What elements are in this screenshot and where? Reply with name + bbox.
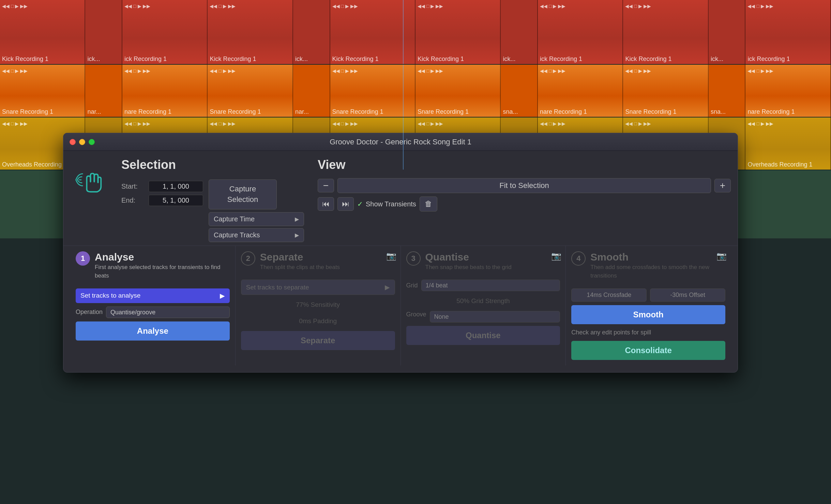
clip-snare-narrow-1[interactable]: nar... bbox=[85, 65, 122, 117]
separate-header: 2 Separate Then split the clips at the b… bbox=[241, 251, 395, 277]
clip-kick-narrow-3[interactable]: ick... bbox=[501, 0, 538, 64]
clip-label: ick Recording 1 bbox=[124, 56, 205, 63]
clip-controls: ◀◀□▶▶▶ bbox=[416, 119, 500, 128]
clip-snare-7[interactable]: ◀◀□▶▶▶ Snare Recording 1 bbox=[623, 65, 708, 117]
clip-snare-8[interactable]: ◀◀□▶▶▶ nare Recording 1 bbox=[745, 65, 831, 117]
clip-controls: ◀◀□▶▶▶ bbox=[0, 119, 85, 128]
zoom-in-button[interactable]: + bbox=[714, 179, 731, 192]
clip-kick-2[interactable]: ◀◀□▶▶▶ ick Recording 1 bbox=[122, 0, 208, 64]
step-analyse-panel: 1 Analyse First analyse selected tracks … bbox=[70, 246, 236, 365]
separate-button[interactable]: Separate bbox=[241, 331, 395, 350]
kick-track: ◀◀□▶▶▶ Kick Recording 1 ick... ◀◀□▶▶▶ ic… bbox=[0, 0, 831, 65]
clip-label: nare Recording 1 bbox=[747, 108, 828, 115]
end-label: End: bbox=[121, 196, 145, 204]
clip-oh-8[interactable]: ◀◀□▶▶▶ Overheads Recording 1 bbox=[745, 117, 831, 170]
clip-snare-narrow-2[interactable]: nar... bbox=[293, 65, 330, 117]
kick-clips: ◀◀□▶▶▶ Kick Recording 1 ick... ◀◀□▶▶▶ ic… bbox=[0, 0, 831, 64]
grid-row: Grid 1/4 beat 1/8 beat 1/16 beat bbox=[406, 280, 560, 291]
clip-label: Kick Recording 1 bbox=[332, 56, 413, 63]
start-value: 1, 1, 000 bbox=[149, 181, 203, 192]
step-1-desc: First analyse selected tracks for transi… bbox=[95, 263, 230, 280]
clip-label: Snare Recording 1 bbox=[418, 108, 498, 115]
view-bottom-row: ⏮ ⏭ ✓ Show Transients 🗑 bbox=[318, 196, 731, 211]
analyse-header: 1 Analyse First analyse selected tracks … bbox=[76, 251, 230, 285]
clip-kick-4[interactable]: ◀◀□▶▶▶ Kick Recording 1 bbox=[330, 0, 416, 64]
clip-controls: ◀◀□▶▶▶ bbox=[745, 66, 830, 76]
clip-kick-8[interactable]: ◀◀□▶▶▶ ick Recording 1 bbox=[745, 0, 831, 64]
smooth-button[interactable]: Smooth bbox=[571, 305, 725, 324]
quantise-button[interactable]: Quantise bbox=[406, 326, 560, 345]
view-title: View bbox=[318, 158, 731, 172]
clip-label: sna... bbox=[503, 108, 535, 115]
clip-label: Snare Recording 1 bbox=[2, 108, 82, 115]
clip-kick-6[interactable]: ◀◀□▶▶▶ ick Recording 1 bbox=[538, 0, 623, 64]
step-2-controls: Set tracks to separate ▶ 77% Sensitivity… bbox=[241, 280, 395, 350]
step-1-title: Analyse bbox=[95, 251, 230, 263]
clip-label: sna... bbox=[711, 108, 743, 115]
clip-controls: ◀◀□▶▶▶ bbox=[122, 119, 207, 128]
clip-label: ick... bbox=[87, 56, 120, 63]
step-1-controls: Set tracks to analyse ▶ Operation Quanti… bbox=[76, 288, 230, 341]
clip-controls: ◀◀□▶▶▶ bbox=[745, 119, 830, 128]
capture-time-dropdown[interactable]: Capture Time ▶ bbox=[209, 212, 304, 226]
clip-snare-narrow-3[interactable]: sna... bbox=[501, 65, 538, 117]
snare-track: ◀◀□▶▶▶ Snare Recording 1 nar... ◀◀□▶▶▶ n… bbox=[0, 65, 831, 117]
camera-icon: 📷 bbox=[716, 251, 727, 261]
clip-snare-1[interactable]: ◀◀□▶▶▶ Snare Recording 1 bbox=[0, 65, 85, 117]
snare-clips: ◀◀□▶▶▶ Snare Recording 1 nar... ◀◀□▶▶▶ n… bbox=[0, 65, 831, 117]
clip-kick-narrow-4[interactable]: ick... bbox=[709, 0, 746, 64]
clip-snare-2[interactable]: ◀◀□▶▶▶ nare Recording 1 bbox=[122, 65, 208, 117]
clip-snare-4[interactable]: ◀◀□▶▶▶ Snare Recording 1 bbox=[330, 65, 416, 117]
clip-kick-5[interactable]: ◀◀□▶▶▶ Kick Recording 1 bbox=[416, 0, 501, 64]
fit-to-selection-button[interactable]: Fit to Selection bbox=[337, 178, 711, 193]
view-top-row: − Fit to Selection + bbox=[318, 178, 731, 193]
clip-label: nare Recording 1 bbox=[124, 108, 205, 115]
grid-select[interactable]: 1/4 beat 1/8 beat 1/16 beat bbox=[421, 280, 560, 291]
capture-selection-button[interactable]: Capture Selection bbox=[209, 179, 277, 209]
go-end-button[interactable]: ⏭ bbox=[337, 197, 354, 211]
maximize-button[interactable] bbox=[89, 139, 95, 145]
clip-controls: ◀◀□▶▶▶ bbox=[208, 1, 292, 11]
show-transients-toggle[interactable]: ✓ Show Transients bbox=[357, 200, 416, 208]
go-start-button[interactable]: ⏮ bbox=[318, 197, 334, 211]
crossfade-row: 14ms Crossfade -30ms Offset bbox=[571, 288, 725, 302]
zoom-out-button[interactable]: − bbox=[318, 179, 334, 192]
delete-transients-button[interactable]: 🗑 bbox=[420, 196, 437, 211]
clip-kick-1[interactable]: ◀◀□▶▶▶ Kick Recording 1 bbox=[0, 0, 85, 64]
clip-snare-3[interactable]: ◀◀□▶▶▶ Snare Recording 1 bbox=[208, 65, 293, 117]
set-tracks-separate-dropdown[interactable]: Set tracks to separate ▶ bbox=[241, 280, 395, 295]
capture-tracks-dropdown[interactable]: Capture Tracks ▶ bbox=[209, 228, 304, 242]
clip-controls: ◀◀□▶▶▶ bbox=[208, 66, 292, 76]
operation-row: Operation Quantise/groove Analyse only bbox=[76, 306, 230, 318]
clip-label: nar... bbox=[87, 108, 120, 115]
spill-text: Check any edit points for spill bbox=[571, 328, 725, 337]
step-3-title: Quantise bbox=[425, 251, 512, 263]
close-button[interactable] bbox=[70, 139, 76, 145]
padding-value: 0ms Padding bbox=[241, 315, 395, 328]
analyse-button[interactable]: Analyse bbox=[76, 321, 230, 341]
minimize-button[interactable] bbox=[79, 139, 85, 145]
dropdown-arrow-icon: ▶ bbox=[295, 216, 299, 222]
clip-controls: ◀◀□▶▶▶ bbox=[208, 119, 292, 128]
checkmark-icon: ✓ bbox=[357, 200, 363, 208]
clip-kick-narrow-2[interactable]: ick... bbox=[293, 0, 330, 64]
clip-label: ick... bbox=[295, 56, 328, 63]
clip-label: ick... bbox=[503, 56, 535, 63]
clip-snare-narrow-4[interactable]: sna... bbox=[709, 65, 746, 117]
dialog-title: Groove Doctor - Generic Rock Song Edit 1 bbox=[330, 138, 471, 146]
clip-label: Snare Recording 1 bbox=[625, 108, 706, 115]
consolidate-button[interactable]: Consolidate bbox=[571, 341, 725, 360]
clip-kick-7[interactable]: ◀◀□▶▶▶ Kick Recording 1 bbox=[623, 0, 708, 64]
operation-select[interactable]: Quantise/groove Analyse only bbox=[106, 306, 230, 318]
clip-kick-3[interactable]: ◀◀□▶▶▶ Kick Recording 1 bbox=[208, 0, 293, 64]
clip-controls: ◀◀□▶▶▶ bbox=[623, 119, 708, 128]
set-tracks-analyse-dropdown[interactable]: Set tracks to analyse ▶ bbox=[76, 288, 230, 303]
grid-strength-value: 50% Grid Strength bbox=[406, 295, 560, 308]
groove-select[interactable]: None Groove 1 bbox=[430, 311, 560, 322]
clip-kick-narrow-1[interactable]: ick... bbox=[85, 0, 122, 64]
step-separate-panel: 2 Separate Then split the clips at the b… bbox=[236, 246, 401, 365]
clip-snare-5[interactable]: ◀◀□▶▶▶ Snare Recording 1 bbox=[416, 65, 501, 117]
clip-controls: ◀◀□▶▶▶ bbox=[623, 66, 708, 76]
clip-snare-6[interactable]: ◀◀□▶▶▶ nare Recording 1 bbox=[538, 65, 623, 117]
selection-title: Selection bbox=[121, 158, 304, 172]
